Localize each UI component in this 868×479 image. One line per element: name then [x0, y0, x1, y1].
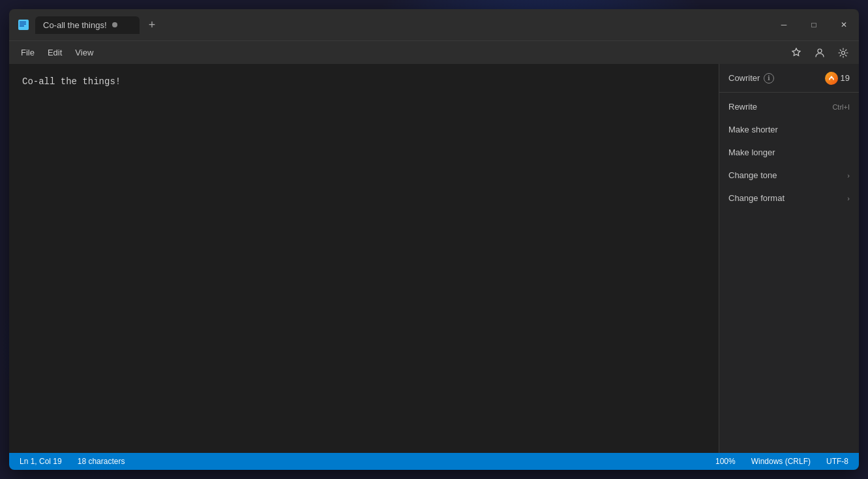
cowriter-rewrite-item[interactable]: Rewrite Ctrl+I	[719, 95, 859, 118]
cowriter-tone-item[interactable]: Change tone ›	[719, 164, 859, 187]
text-editor[interactable]: Co-all the things!	[9, 64, 719, 453]
tab-unsaved-dot	[112, 22, 117, 27]
menu-bar-right	[786, 44, 854, 62]
title-bar: Co-all the things! + ─ □ ✕	[9, 9, 859, 40]
svg-point-5	[842, 51, 845, 54]
cowriter-rewrite-label: Rewrite	[728, 102, 757, 112]
svg-point-7	[830, 76, 832, 78]
account-icon	[815, 48, 825, 58]
status-encoding[interactable]: UTF-8	[824, 457, 851, 466]
cowriter-header: Cowriter ℹ 19	[719, 64, 859, 93]
status-bar: Ln 1, Col 19 18 characters 100% Windows …	[9, 453, 859, 470]
cowriter-rewrite-shortcut: Ctrl+I	[832, 103, 850, 111]
cowriter-shorter-item[interactable]: Make shorter	[719, 118, 859, 141]
menu-edit[interactable]: Edit	[41, 45, 68, 60]
settings-button[interactable]	[833, 44, 854, 62]
maximize-button[interactable]: □	[799, 9, 829, 40]
svg-rect-1	[20, 22, 26, 23]
status-line-col[interactable]: Ln 1, Col 19	[17, 457, 65, 466]
chevron-right-icon: ›	[847, 172, 850, 179]
cowriter-title: Cowriter	[728, 73, 760, 83]
star-icon	[791, 48, 801, 58]
cowriter-format-item[interactable]: Change format ›	[719, 187, 859, 209]
notepad-window: Co-all the things! + ─ □ ✕ File Edit Vie…	[9, 9, 859, 470]
cowriter-info-button[interactable]: ℹ	[764, 73, 774, 84]
status-zoom[interactable]: 100%	[713, 457, 738, 466]
cowriter-badge: 19	[825, 72, 850, 85]
chevron-right-icon: ›	[847, 194, 850, 202]
svg-rect-0	[18, 20, 29, 30]
cowriter-longer-label: Make longer	[728, 147, 775, 157]
svg-rect-2	[20, 23, 26, 25]
cowriter-shorter-label: Make shorter	[728, 125, 778, 134]
cowriter-tone-label: Change tone	[728, 170, 777, 180]
status-char-count[interactable]: 18 characters	[75, 457, 128, 466]
menu-view[interactable]: View	[68, 45, 100, 60]
cowriter-menu: Rewrite Ctrl+I Make shorter Make longer …	[719, 93, 859, 212]
menu-file[interactable]: File	[14, 45, 41, 60]
window-controls: ─ □ ✕	[769, 9, 859, 40]
add-tab-button[interactable]: +	[142, 15, 162, 35]
svg-rect-3	[20, 25, 24, 27]
svg-point-4	[818, 49, 822, 53]
close-button[interactable]: ✕	[829, 9, 859, 40]
favorites-button[interactable]	[786, 44, 807, 62]
main-content: Co-all the things! Cowriter ℹ 19	[9, 64, 859, 453]
status-line-ending[interactable]: Windows (CRLF)	[749, 457, 813, 466]
svg-point-6	[828, 74, 835, 82]
gear-icon	[838, 48, 848, 58]
cowriter-avatar-icon	[825, 72, 838, 85]
tab-title: Co-all the things!	[43, 20, 107, 30]
app-icon	[17, 18, 30, 31]
cowriter-panel: Cowriter ℹ 19	[719, 64, 859, 453]
cowriter-count: 19	[841, 73, 850, 83]
minimize-button[interactable]: ─	[769, 9, 799, 40]
active-tab[interactable]: Co-all the things!	[35, 16, 140, 34]
status-bar-right: 100% Windows (CRLF) UTF-8	[713, 457, 851, 466]
account-button[interactable]	[809, 44, 830, 62]
cowriter-format-label: Change format	[728, 193, 785, 203]
cowriter-longer-item[interactable]: Make longer	[719, 141, 859, 164]
editor-content: Co-all the things!	[22, 76, 121, 87]
menu-bar: File Edit View	[9, 40, 859, 64]
